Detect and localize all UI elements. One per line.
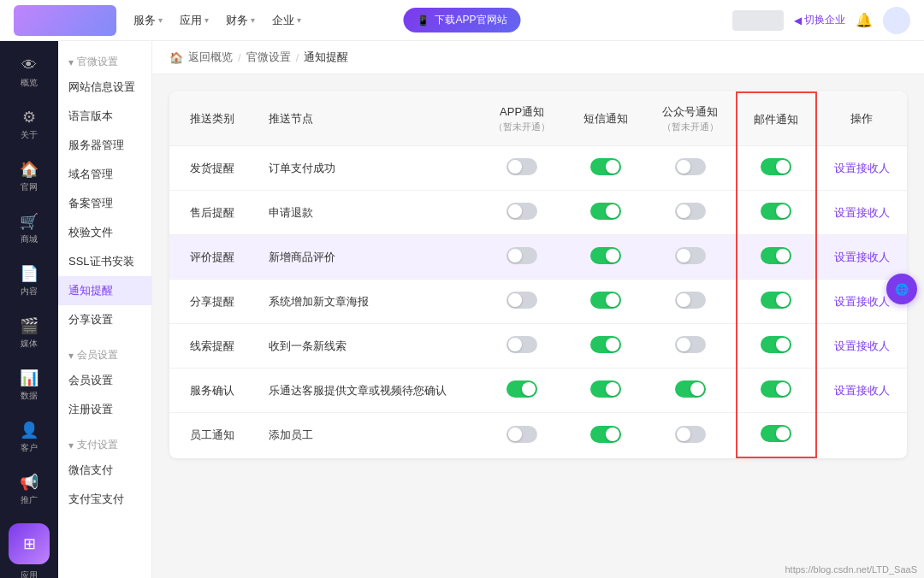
- toggle-switch[interactable]: [506, 292, 537, 309]
- collapse-icon-pay[interactable]: ▾: [68, 439, 74, 451]
- switch-enterprise-button[interactable]: ◀ 切换企业: [794, 13, 845, 27]
- toggle-switch[interactable]: [506, 426, 537, 443]
- td-app-notify: [477, 369, 567, 413]
- toggle-switch[interactable]: [761, 203, 791, 220]
- sidebar-nav-site-info[interactable]: 网站信息设置: [58, 73, 151, 102]
- breadcrumb-sep-2: /: [296, 51, 299, 64]
- set-recipient-link[interactable]: 设置接收人: [834, 251, 890, 263]
- user-icon: 👤: [20, 421, 38, 439]
- toggle-switch[interactable]: [675, 426, 706, 443]
- sidebar-nav-verify[interactable]: 校验文件: [58, 218, 151, 247]
- switch-icon: ◀: [794, 15, 802, 27]
- sidebar-item-shop[interactable]: 🛒 商城: [5, 205, 53, 252]
- bell-icon[interactable]: 🔔: [856, 12, 873, 28]
- set-recipient-link[interactable]: 设置接收人: [834, 339, 890, 352]
- toggle-switch[interactable]: [590, 203, 621, 220]
- toggle-switch[interactable]: [675, 247, 706, 264]
- toggle-switch[interactable]: [590, 336, 621, 353]
- sidebar-nav-share[interactable]: 分享设置: [58, 305, 151, 334]
- gear-icon: ⚙: [22, 108, 36, 127]
- table-row: 分享提醒 系统增加新文章海报 设: [169, 280, 907, 324]
- sidebar-item-overview[interactable]: 👁 概览: [5, 50, 53, 96]
- th-email-notify: 邮件通知: [737, 92, 816, 146]
- td-node: 申请退款: [255, 191, 477, 235]
- table-row: 评价提醒 新增商品评价 设置接收: [169, 235, 907, 280]
- sidebar-item-media[interactable]: 🎬 媒体: [5, 310, 53, 357]
- toggle-switch[interactable]: [761, 380, 791, 398]
- collapse-icon[interactable]: ▾: [68, 56, 74, 68]
- set-recipient-link[interactable]: 设置接收人: [834, 206, 890, 219]
- td-email-notify: [737, 235, 816, 280]
- toggle-switch[interactable]: [761, 247, 791, 264]
- toggle-switch[interactable]: [675, 380, 706, 398]
- toggle-switch[interactable]: [590, 292, 621, 309]
- sidebar-nav-member[interactable]: 会员设置: [58, 366, 151, 395]
- td-category: 分享提醒: [169, 280, 255, 324]
- td-app-notify: [477, 280, 567, 324]
- table-row: 发货提醒 订单支付成功 设置接收: [169, 146, 907, 191]
- sidebar-bottom: ⊞ 应用 ⚙ 设置 推广奖励: [5, 523, 53, 578]
- apps-icon: ⊞: [23, 534, 36, 553]
- sidebar-item-data[interactable]: 📊 数据: [5, 362, 53, 409]
- toggle-switch[interactable]: [761, 292, 791, 309]
- set-recipient-link[interactable]: 设置接收人: [834, 162, 890, 174]
- sidebar-nav-alipay[interactable]: 支付宝支付: [58, 485, 151, 514]
- td-category: 服务确认: [169, 369, 255, 413]
- sidebar-item-promotion[interactable]: 📢 推广: [5, 466, 53, 513]
- notification-table: 推送类别 推送节点 APP通知（暂未开通） 短信通知 公众号通知（暂未开通）: [169, 91, 907, 458]
- menu-item-app[interactable]: 应用 ▾: [180, 13, 209, 28]
- toggle-switch[interactable]: [506, 247, 537, 264]
- toggle-switch[interactable]: [506, 158, 537, 175]
- sidebar-nav-language[interactable]: 语言版本: [58, 102, 151, 131]
- floating-support-button[interactable]: 🌐: [886, 274, 917, 304]
- toggle-switch[interactable]: [761, 425, 791, 442]
- collapse-icon-member[interactable]: ▾: [68, 350, 74, 362]
- td-wechat-notify: [645, 235, 737, 280]
- toggle-switch[interactable]: [590, 426, 621, 443]
- toggle-switch[interactable]: [761, 336, 791, 353]
- menu-item-service[interactable]: 服务 ▾: [133, 13, 163, 28]
- sidebar-item-about[interactable]: ⚙ 关于: [5, 101, 53, 148]
- set-recipient-link[interactable]: 设置接收人: [834, 295, 890, 308]
- logo[interactable]: [14, 5, 116, 36]
- set-recipient-link[interactable]: 设置接收人: [834, 384, 890, 397]
- sidebar-nav-domain[interactable]: 域名管理: [58, 160, 151, 189]
- sidebar-nav-wechat-pay[interactable]: 微信支付: [58, 456, 151, 485]
- breadcrumb-level1-link[interactable]: 官微设置: [246, 50, 291, 65]
- watermark: https://blog.csdn.net/LTD_SaaS: [785, 564, 918, 575]
- sidebar-nav-ssl[interactable]: SSL证书安装: [58, 247, 151, 276]
- td-category: 售后提醒: [169, 191, 255, 235]
- toggle-switch[interactable]: [590, 158, 621, 175]
- toggle-switch[interactable]: [675, 336, 706, 353]
- menu-item-finance[interactable]: 财务 ▾: [226, 13, 255, 28]
- td-wechat-notify: [645, 280, 737, 324]
- toggle-switch[interactable]: [761, 158, 791, 175]
- table-header-row: 推送类别 推送节点 APP通知（暂未开通） 短信通知 公众号通知（暂未开通）: [169, 92, 907, 146]
- menu-item-enterprise[interactable]: 企业 ▾: [272, 13, 301, 28]
- td-action: [816, 413, 907, 458]
- user-avatar[interactable]: [883, 7, 910, 34]
- toggle-switch[interactable]: [590, 247, 621, 264]
- section-title-pay: ▾ 支付设置: [58, 433, 151, 456]
- td-email-notify: [737, 413, 816, 458]
- home-breadcrumb-icon: 🏠: [169, 51, 183, 64]
- sidebar-item-content[interactable]: 📄 内容: [5, 257, 53, 304]
- toggle-switch[interactable]: [675, 158, 706, 175]
- download-app-button[interactable]: 📱 下载APP官网站: [403, 8, 520, 32]
- sidebar-nav-icp[interactable]: 备案管理: [58, 189, 151, 218]
- td-category: 发货提醒: [169, 146, 255, 191]
- apps-label: 应用: [21, 569, 38, 578]
- sidebar-nav-notification[interactable]: 通知提醒: [58, 276, 151, 305]
- toggle-switch[interactable]: [675, 292, 706, 309]
- sidebar-nav-server[interactable]: 服务器管理: [58, 131, 151, 160]
- sidebar-nav-register[interactable]: 注册设置: [58, 395, 151, 424]
- toggle-switch[interactable]: [506, 203, 537, 220]
- sidebar-item-website[interactable]: 🏠 官网: [5, 153, 53, 200]
- toggle-switch[interactable]: [506, 336, 537, 353]
- breadcrumb-home-link[interactable]: 返回概览: [188, 50, 233, 65]
- toggle-switch[interactable]: [590, 380, 621, 398]
- sidebar-item-customer[interactable]: 👤 客户: [5, 414, 53, 461]
- toggle-switch[interactable]: [506, 380, 537, 398]
- toggle-switch[interactable]: [675, 203, 706, 220]
- sidebar-item-apps[interactable]: ⊞: [9, 523, 50, 564]
